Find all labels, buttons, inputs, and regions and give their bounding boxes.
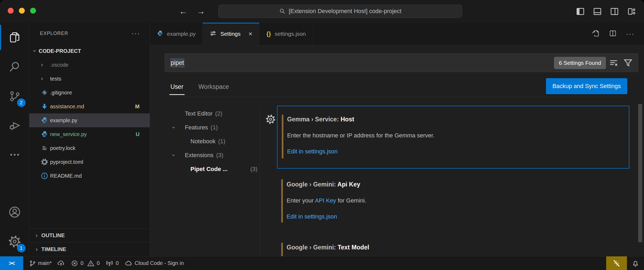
setting-row-google-gemini-api-key[interactable]: Google › Gemini: Api Key Enter your API … [277,176,629,236]
command-center-search[interactable]: [Extension Development Host] code-projec… [218,5,462,18]
lockfile-icon [41,145,50,152]
account-icon [8,206,21,219]
tree-item-readme-md[interactable]: README.md [29,169,150,183]
editor-more-actions-button[interactable]: ··· [626,30,634,38]
source-control-view-button[interactable]: 2 [0,81,29,111]
debug-icon [9,119,21,132]
minimize-window-button[interactable] [19,8,25,14]
explorer-view-button[interactable] [0,23,29,52]
search-view-button[interactable] [0,52,29,81]
git-untracked-badge: U [136,131,140,137]
toggle-secondary-sidebar-button[interactable] [610,7,619,16]
folder-root-row[interactable]: › CODE-PROJECT [29,44,150,58]
python-file-icon [41,117,50,124]
toc-item-notebook[interactable]: Notebook (1) [170,134,260,148]
settings-editor: pipet 6 Settings Found User Workspace Ba… [150,45,644,256]
zoom-window-button[interactable] [30,8,36,14]
tree-item-example-py[interactable]: example.py [29,113,150,127]
tree-item-poetry-lock[interactable]: poetry.lock [29,141,150,155]
setting-description: Enter the hostname or IP address for the… [287,132,629,139]
setting-title: Google › Gemini: Api Key [287,180,629,188]
split-editor-button[interactable] [609,29,617,38]
git-modified-badge: M [135,104,140,110]
tree-item-new-service-py[interactable]: new_service.py U [29,127,150,141]
settings-search-input[interactable]: pipet 6 Settings Found [165,53,638,72]
manage-settings-button[interactable]: 1 [0,227,29,256]
setting-row-google-gemini-text-model[interactable]: Google › Gemini: Text Model [277,240,629,256]
explorer-more-actions-button[interactable]: ··· [132,29,140,38]
tree-item-assistance-md[interactable]: assistance.md M [29,100,150,113]
notifications-bell-icon[interactable] [627,256,644,270]
additional-views-button[interactable] [0,140,29,169]
clear-search-filters-icon[interactable] [609,58,619,69]
api-key-link[interactable]: API Key [315,197,336,204]
close-window-button[interactable] [8,8,14,14]
setting-title: Google › Gemini: Text Model [287,243,629,251]
chevron-down-icon: › [32,50,38,52]
open-settings-json-button[interactable] [591,29,600,39]
setting-row-gemma-service-host[interactable]: Gemma › Service: Host Enter the hostname… [277,106,629,169]
tree-item-vscode[interactable]: › .vscode [29,58,150,72]
ports-status-item[interactable]: 0 [105,259,119,267]
errors-icon [71,260,78,267]
customize-layout-button[interactable] [627,7,636,16]
chevron-right-icon: › [36,247,38,252]
search-icon [9,61,21,73]
timeline-section-header[interactable]: › TIMELINE [29,242,150,256]
toc-item-pipet-code[interactable]: Pipet Code ... (3) [170,162,260,176]
accounts-button[interactable] [0,197,29,227]
modified-indicator [281,179,283,223]
scm-changes-badge: 2 [17,98,26,107]
outline-section-header[interactable]: › OUTLINE [29,228,150,242]
tab-bar: example.py Settings × {} settings.json ·… [150,23,644,45]
scope-tab-workspace[interactable]: Workspace [198,77,229,97]
toggle-primary-sidebar-button[interactable] [576,7,585,16]
chevron-down-icon: › [171,126,177,128]
navigate-back-button[interactable]: ← [179,6,188,16]
scope-tab-user[interactable]: User [170,77,184,97]
tree-item-tests[interactable]: › tests [29,72,150,86]
chevron-right-icon: › [36,233,38,239]
tab-example-py[interactable]: example.py [150,23,203,45]
edit-in-settings-json-link[interactable]: Edit in settings.json [287,148,629,155]
cloud-code-status-item[interactable]: Cloud Code - Sign in [125,259,184,267]
json-braces-icon: {} [266,30,271,37]
search-icon [279,8,286,14]
tab-settings-json[interactable]: {} settings.json [259,23,313,45]
broadcast-icon [105,259,113,267]
explorer-title: EXPLORER [40,31,68,36]
edit-in-settings-json-link[interactable]: Edit in settings.json [287,213,629,220]
remote-indicator[interactable]: >< [0,256,23,270]
tree-item-pyproject-toml[interactable]: pyproject.toml [29,155,150,169]
close-tab-icon[interactable]: × [248,30,252,38]
scrollbar-thumb[interactable] [638,104,642,242]
activity-bar: 2 1 [0,23,29,256]
tab-settings[interactable]: Settings × [203,23,259,45]
modified-indicator [282,115,283,158]
toc-item-text-editor[interactable]: Text Editor (2) [170,107,260,121]
backup-sync-settings-button[interactable]: Backup and Sync Settings [546,78,627,94]
chevron-right-icon: › [41,76,43,82]
filter-settings-icon[interactable] [623,58,633,69]
setting-actions-gear-icon[interactable] [266,114,276,125]
branch-status-item[interactable]: main* [29,259,65,267]
toml-gear-icon [41,158,50,165]
tab-label: Settings [220,31,241,37]
run-debug-view-button[interactable] [0,111,29,140]
setting-description: Enter your API Key for Gemini. [287,197,629,204]
toc-item-extensions[interactable]: › Extensions (3) [170,148,260,162]
window-controls [8,8,36,14]
title-bar: ← → [Extension Development Host] code-pr… [0,0,644,23]
tree-item-gitignore[interactable]: .gitignore [29,86,150,100]
toc-item-features[interactable]: › Features (1) [170,121,260,134]
vscode-window: ← → [Extension Development Host] code-pr… [0,0,644,270]
python-file-icon [157,30,163,38]
toc-divider [260,106,260,256]
settings-sliders-icon [210,30,217,38]
problems-status-item[interactable]: 0 0 [71,260,100,267]
files-icon [9,31,21,43]
gemini-code-assist-status-item[interactable] [606,256,627,270]
navigate-forward-button[interactable]: → [197,6,205,16]
root-folder-label: CODE-PROJECT [39,48,81,54]
toggle-panel-button[interactable] [593,7,602,16]
